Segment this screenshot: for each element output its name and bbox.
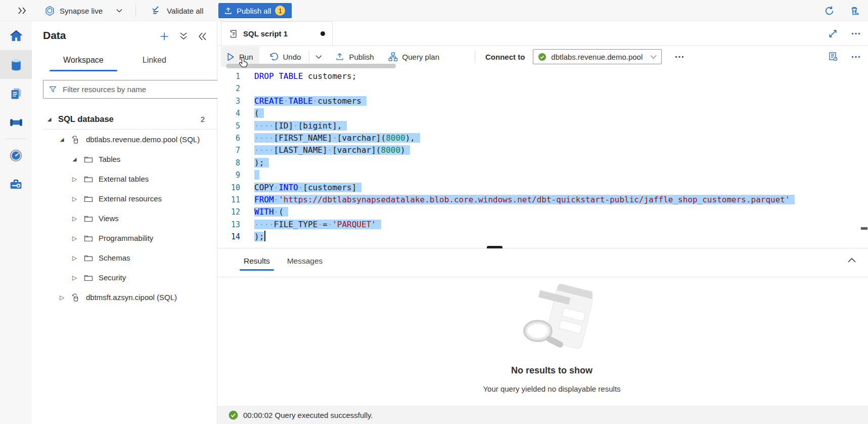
refresh-icon[interactable] (824, 6, 835, 16)
line-number-gutter: 1234567891011121314 (217, 70, 240, 243)
tree-item-tables[interactable]: ◢Tables (32, 149, 217, 169)
tree-item-sql-database[interactable]: ◢SQL database2 (32, 109, 217, 129)
tree-item-dbtlabs-revenue-demo-pool-sql[interactable]: ◢dbtlabs.revenue.demo.pool (SQL) (32, 130, 217, 149)
publish-icon (224, 7, 233, 15)
connection-more-icon[interactable] (675, 56, 684, 58)
double-chevron-right-icon (17, 7, 27, 15)
publish-all-button[interactable]: Publish all 1 (218, 3, 292, 18)
line-number: 14 (217, 231, 240, 243)
folder-icon (83, 233, 94, 243)
tab-messages[interactable]: Messages (285, 252, 325, 272)
collapse-all-icon[interactable] (179, 32, 188, 41)
code-line-4: ( (254, 107, 795, 119)
expand-twistie-icon[interactable]: ▷ (71, 176, 78, 183)
expand-twistie-icon[interactable]: ▷ (71, 215, 78, 222)
tab-more-actions-icon[interactable] (851, 32, 860, 35)
tree-item-label: Views (99, 214, 119, 223)
connection-dropdown[interactable]: dbtlabs.revenue.demo.pool (533, 49, 662, 64)
folder-icon-wrap (83, 233, 94, 243)
validate-all-label: Validate all (167, 7, 203, 15)
data-explorer-panel: Data Workspace Linked ◢SQL database2◢dbt… (32, 21, 217, 424)
line-number: 5 (217, 120, 240, 132)
discard-trash-icon[interactable] (850, 6, 860, 16)
branch-mode-dropdown[interactable]: Synapse live (44, 0, 122, 21)
nav-rail-item-develop[interactable] (0, 79, 32, 108)
publish-label: Publish (349, 53, 374, 61)
collapse-results-icon[interactable] (848, 256, 856, 265)
code-line-14: ); (254, 231, 795, 243)
collapse-panel-icon[interactable] (198, 32, 207, 40)
tree-item-label: dbtmsft.azsyn.cipool (SQL) (86, 293, 177, 302)
editor-area: SQL script 1 Run Undo (217, 21, 868, 424)
code-content: DROP TABLE customers;CREATE·TABLE·custom… (254, 70, 795, 243)
rail-divider (6, 139, 26, 139)
code-line-7: ····[LAST_NAME]·[varchar](8000) (254, 144, 795, 156)
tree-item-external-tables[interactable]: ▷External tables (32, 169, 217, 189)
filter-input[interactable] (62, 84, 216, 94)
tree-item-label: Schemas (99, 253, 130, 262)
nav-rail-item-monitor[interactable] (0, 141, 32, 170)
folder-icon (83, 154, 94, 164)
tree-item-schemas[interactable]: ▷Schemas (32, 248, 217, 268)
collapse-twistie-icon[interactable]: ◢ (71, 156, 78, 162)
nav-rail-item-integrate[interactable] (0, 108, 32, 137)
properties-icon[interactable] (828, 52, 838, 62)
expand-twistie-icon[interactable]: ▷ (71, 235, 78, 242)
tree-item-security[interactable]: ▷Security (32, 268, 217, 287)
query-plan-label: Query plan (402, 53, 439, 61)
data-panel-tabs: Workspace Linked (50, 52, 180, 71)
expand-twistie-icon[interactable]: ▷ (58, 294, 66, 301)
status-message: 00:00:02 Query executed successfully. (243, 411, 373, 419)
integrate-icon (9, 115, 24, 130)
manage-icon (9, 177, 23, 192)
tab-sql-script-1[interactable]: SQL script 1 (221, 21, 333, 46)
code-line-3: CREATE·TABLE·customers (254, 95, 795, 107)
sql-code-editor[interactable]: 1234567891011121314 DROP TABLE customers… (217, 67, 868, 248)
expand-sidebar-button[interactable] (17, 0, 27, 21)
nav-rail-item-data[interactable] (0, 50, 32, 79)
collapse-twistie-icon[interactable]: ◢ (45, 116, 53, 122)
synapse-studio-window: Synapse live Validate all Publish all 1 … (0, 0, 868, 424)
tab-linked[interactable]: Linked (129, 52, 180, 71)
expand-editor-icon[interactable] (829, 29, 837, 38)
left-nav-rail (0, 21, 32, 424)
expand-twistie-icon[interactable]: ▷ (71, 255, 78, 262)
add-resource-button[interactable] (159, 31, 169, 41)
database-icon-wrap (71, 292, 81, 303)
tab-title: SQL script 1 (243, 29, 315, 38)
line-number: 1 (217, 70, 240, 82)
validate-all-button[interactable]: Validate all (152, 0, 203, 21)
publish-count-badge: 1 (275, 6, 285, 16)
tab-workspace[interactable]: Workspace (50, 52, 117, 71)
line-number: 13 (217, 219, 240, 231)
toolbar-more-actions-icon[interactable] (851, 56, 860, 58)
tree-item-external-resources[interactable]: ▷External resources (32, 189, 217, 208)
tab-results[interactable]: Results (242, 252, 272, 272)
horizontal-scrollbar-thumb[interactable] (226, 64, 396, 68)
code-line-2 (254, 82, 795, 95)
line-number: 11 (217, 194, 240, 206)
no-results-illustration (512, 282, 592, 358)
toolbar-separator (309, 51, 309, 63)
line-number: 4 (217, 107, 240, 119)
toolbar-separator (475, 51, 475, 63)
code-line-13: ····FILE_TYPE·=·'PARQUET' (254, 219, 795, 231)
sql-pool-icon (71, 292, 81, 303)
tree-item-views[interactable]: ▷Views (32, 208, 217, 228)
expand-twistie-icon[interactable]: ▷ (71, 195, 78, 202)
folder-icon (83, 214, 94, 224)
tree-item-label: Security (99, 273, 126, 282)
mouse-hand-cursor (239, 57, 250, 69)
nav-rail-item-manage[interactable] (0, 170, 32, 199)
nav-rail-item-home[interactable] (0, 21, 32, 50)
topbar-separator (135, 5, 136, 17)
monitor-icon (9, 148, 23, 163)
sql-pool-icon (71, 135, 81, 145)
code-line-10: COPY·INTO·[customers] (254, 182, 795, 194)
collapse-twistie-icon[interactable]: ◢ (58, 137, 66, 142)
tree-item-dbtmsft-azsyn-cipool-sql[interactable]: ▷dbtmsft.azsyn.cipool (SQL) (32, 287, 217, 307)
tree-item-label: External tables (99, 175, 149, 183)
folder-icon (83, 194, 94, 204)
tree-item-programmability[interactable]: ▷Programmability (32, 228, 217, 248)
expand-twistie-icon[interactable]: ▷ (71, 274, 78, 281)
